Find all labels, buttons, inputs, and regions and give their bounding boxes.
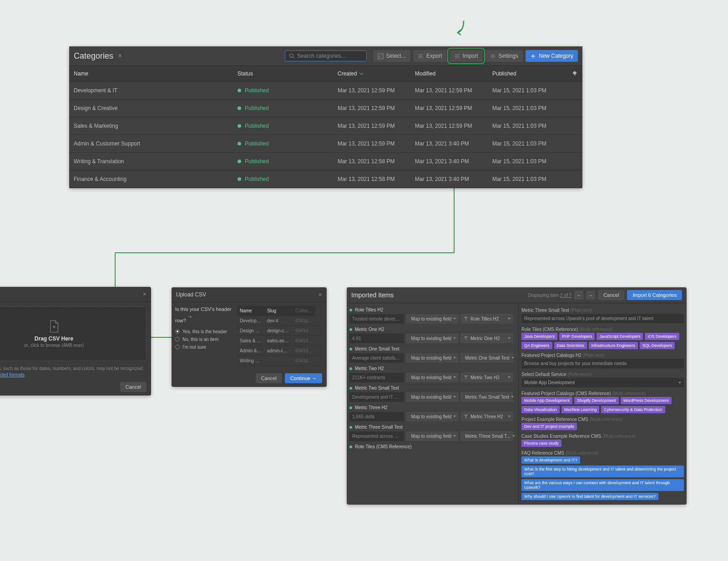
cancel-button[interactable]: Cancel <box>598 290 624 300</box>
col-name[interactable]: Name <box>74 70 238 77</box>
map-to-field-select[interactable]: Map to existing field <box>406 373 459 382</box>
table-row[interactable]: Sales & Marketing Published Mar 13, 2021… <box>69 117 582 135</box>
reference-tag[interactable]: PHP Developers <box>559 333 595 340</box>
target-field-select[interactable]: Metric Three H2 <box>460 411 513 421</box>
target-field-select[interactable]: Metric Two Small Text <box>460 392 513 402</box>
field-label: Role Tiles (CMS Reference) <box>349 443 516 451</box>
col-published[interactable]: Published <box>492 70 578 77</box>
table-row[interactable]: Development & IT Published Mar 13, 2021 … <box>69 82 582 100</box>
reference-tag[interactable]: Machine Learning <box>561 406 600 413</box>
cell-published: Mar 15, 2021 1:03 PM <box>492 123 578 129</box>
new-category-button[interactable]: New Category <box>526 50 578 62</box>
cell-modified: Mar 13, 2021 3:40 PM <box>415 140 492 147</box>
reference-tag[interactable]: Data Visualization <box>521 406 560 413</box>
field-value-preview: Trusted remote developmen <box>349 314 404 324</box>
reference-tag[interactable]: Flexera case study <box>521 440 561 447</box>
close-icon[interactable]: × <box>143 291 147 298</box>
continue-button[interactable]: Continue → <box>285 373 322 383</box>
import-button[interactable]: Import <box>450 50 483 62</box>
settings-button[interactable]: Settings <box>485 50 523 62</box>
table-row[interactable]: Design & Creative Published Mar 13, 2021… <box>69 100 582 117</box>
chevron-down-icon <box>359 71 364 76</box>
reference-tag[interactable]: Dev and IT project example <box>521 423 577 430</box>
cell-name: Writing & Translation <box>74 158 238 165</box>
cancel-button[interactable]: Cancel <box>256 373 282 383</box>
reference-tag[interactable]: Infrastructure Engineers <box>589 342 638 349</box>
field-label: Role Titles H2 <box>349 306 516 314</box>
reference-tag[interactable]: Data Scientists <box>554 342 587 349</box>
connector-line <box>115 252 455 253</box>
cell-published: Mar 15, 2021 1:03 PM <box>492 87 578 94</box>
cancel-button[interactable]: Cancel <box>120 382 147 392</box>
default-service-select[interactable]: Mobile App Development <box>521 378 684 387</box>
reference-tag[interactable]: SQL Developers <box>640 342 675 349</box>
pin-icon[interactable] <box>571 70 578 77</box>
search-input-wrap[interactable] <box>285 50 367 61</box>
select-button[interactable]: Select... <box>373 50 410 62</box>
svg-point-3 <box>492 55 494 57</box>
reference-tag[interactable]: Cybersecurity & Data Protection <box>601 406 665 413</box>
radio-no-item[interactable]: No, this is an item <box>175 336 233 343</box>
import-categories-button[interactable]: Import 6 Categories <box>627 290 682 300</box>
reference-tag[interactable]: Why should I use Upwork to find talent f… <box>521 493 658 500</box>
cell-created: Mar 13, 2021 12:58 PM <box>338 176 415 182</box>
panel-title: Imported Items <box>351 291 394 299</box>
mapping-field-group: Metric Two Small Text Development and IT… <box>349 384 516 402</box>
categories-panel: Categories × Select... Export Import Set… <box>69 46 582 188</box>
col-created[interactable]: Created <box>338 70 415 77</box>
learn-formats-link[interactable]: Learn about supported formats <box>0 372 25 377</box>
target-field-select[interactable]: Metric One Small Text <box>460 353 513 363</box>
reference-tag[interactable]: QA Engineers <box>521 342 552 349</box>
reference-tag[interactable]: JavaScript Developers <box>597 333 643 340</box>
target-field-select[interactable]: Metric Two H2 <box>460 372 513 382</box>
cell-name: Design & Creative <box>74 105 238 111</box>
reference-tag[interactable]: iOS Developers <box>645 333 679 340</box>
svg-point-0 <box>289 54 293 57</box>
prev-item-button[interactable]: ← <box>574 291 583 300</box>
next-item-button[interactable]: → <box>586 291 595 300</box>
reference-tag[interactable]: What is the first step to hiring develop… <box>521 466 684 477</box>
map-to-field-select[interactable]: Map to existing field <box>406 392 459 402</box>
reference-tag[interactable]: WordPress Development <box>621 397 672 404</box>
table-row[interactable]: Finance & Accounting Published Mar 13, 2… <box>69 170 582 188</box>
csv-drop-area[interactable]: Drag CSV Here or, click to browse (4MB m… <box>0 306 147 361</box>
map-to-field-select[interactable]: Map to existing field <box>406 431 459 441</box>
search-input[interactable] <box>297 53 363 59</box>
table-row[interactable]: Writing & Translation Published Mar 13, … <box>69 153 582 170</box>
field-label: Featured Project Catalogs H2 (Plain text… <box>521 351 684 359</box>
reference-tag[interactable]: Java Developers <box>521 333 557 340</box>
map-to-field-select[interactable]: Map to existing field <box>406 334 459 343</box>
map-to-field-select[interactable]: Map to existing field <box>406 353 459 363</box>
text-icon <box>463 336 469 341</box>
col-modified[interactable]: Modified <box>415 70 492 77</box>
target-field-select[interactable]: Metric Three Small T... <box>460 431 513 441</box>
reference-tag[interactable]: Shopify Development <box>574 397 619 404</box>
cell-status: Published <box>238 105 338 111</box>
reference-tag[interactable]: Mobile App Development <box>521 397 572 404</box>
cell-name: Admin & Customer Support <box>74 140 238 147</box>
cell-created: Mar 13, 2021 12:59 PM <box>338 105 415 111</box>
map-to-field-select[interactable]: Map to existing field <box>406 314 459 324</box>
upload-csv-modal-1: Upload CSV × Drag CSV Here or, click to … <box>0 287 151 396</box>
export-button[interactable]: Export <box>413 50 447 62</box>
close-icon[interactable]: × <box>118 52 122 60</box>
arrow-right-icon <box>409 336 410 341</box>
radio-yes-header[interactable]: Yes, this is the header <box>175 328 233 336</box>
cell-published: Mar 15, 2021 1:03 PM <box>492 176 578 182</box>
reference-tag[interactable]: What is development and IT? <box>521 456 580 464</box>
map-to-field-select[interactable]: Map to existing field <box>406 412 459 421</box>
field-value-preview: Represented across Upwork <box>349 431 404 441</box>
preview-row: Writing & T...6041dadc... <box>237 356 323 366</box>
target-field-select[interactable]: Role Titles H2 <box>460 314 513 324</box>
field-label: Project Example Reference CMS (Multi-ref… <box>521 415 684 423</box>
col-status[interactable]: Status <box>238 70 338 77</box>
reference-tag[interactable]: What are the various ways I can connect … <box>521 479 684 491</box>
close-icon[interactable]: × <box>318 291 322 298</box>
text-icon <box>463 316 469 321</box>
table-row[interactable]: Admin & Customer Support Published Mar 1… <box>69 135 582 153</box>
mapping-field-group: Metric Two H2 211K+ contracts Map to exi… <box>349 365 516 382</box>
radio-not-sure[interactable]: I'm not sure <box>175 343 233 351</box>
upload-csv-modal-2: Upload CSV × Is this your CSV's header r… <box>172 287 327 387</box>
target-field-select[interactable]: Metric One H2 <box>460 333 513 343</box>
field-label: Select Default Service (Reference) <box>521 370 684 378</box>
